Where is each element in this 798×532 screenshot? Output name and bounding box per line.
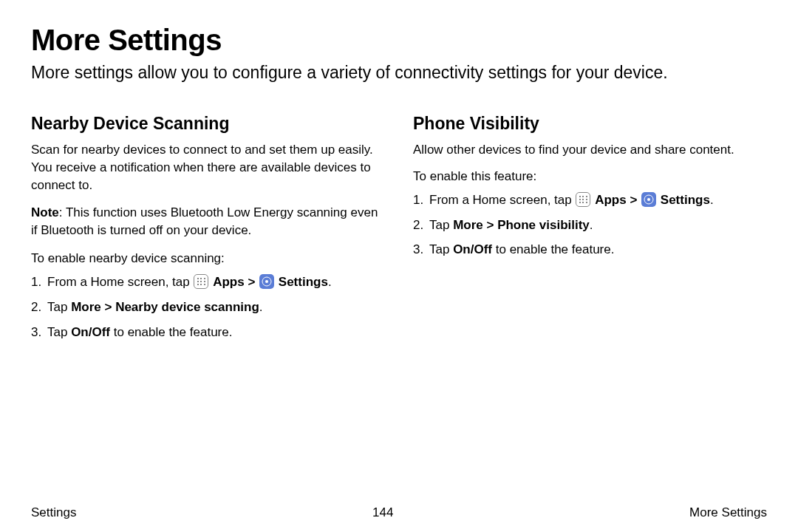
right-column: Phone Visibility Allow other devices to … [413, 114, 767, 348]
phone-visibility-heading: Phone Visibility [413, 114, 767, 134]
nearby-device-scanning-note: Note: This function uses Bluetooth Low E… [31, 204, 385, 239]
step-text: Tap [429, 242, 453, 256]
step-end: . [710, 193, 714, 207]
note-label: Note [31, 205, 59, 219]
step-end: to enable the feature. [492, 242, 614, 256]
step-bold: On/Off [453, 242, 492, 256]
separator: > [627, 193, 641, 207]
nearby-device-scanning-lead: To enable nearby device scanning: [31, 251, 385, 266]
phone-visibility-body: Allow other devices to find your device … [413, 141, 767, 159]
nearby-device-scanning-body: Scan for nearby devices to connect to an… [31, 141, 385, 194]
page-title: More Settings [31, 24, 767, 57]
content-columns: Nearby Device Scanning Scan for nearby d… [31, 114, 767, 348]
step-end: to enable the feature. [110, 325, 232, 339]
footer-left: Settings [31, 505, 76, 520]
left-column: Nearby Device Scanning Scan for nearby d… [31, 114, 385, 348]
phone-visibility-lead: To enable this feature: [413, 169, 767, 184]
step-end: . [328, 275, 332, 289]
step-1: From a Home screen, tap Apps > Settings. [31, 273, 385, 291]
page-intro: More settings allow you to configure a v… [31, 61, 767, 84]
settings-label: Settings [661, 193, 710, 207]
step-end: . [590, 218, 593, 232]
apps-label: Apps [213, 275, 245, 289]
separator: > [245, 275, 259, 289]
step-bold: More > Nearby device scanning [71, 300, 259, 314]
step-3: Tap On/Off to enable the feature. [31, 324, 385, 341]
step-text: Tap [47, 300, 71, 314]
settings-icon [259, 274, 274, 289]
step-text: Tap [429, 218, 453, 232]
step-bold: On/Off [71, 325, 110, 339]
note-text: : This function uses Bluetooth Low Energ… [31, 205, 378, 237]
apps-icon [576, 192, 590, 207]
step-bold: More > Phone visibility [453, 218, 590, 232]
apps-label: Apps [595, 193, 627, 207]
step-text: Tap [47, 325, 71, 339]
step-text: From a Home screen, tap [429, 193, 575, 207]
phone-visibility-steps: From a Home screen, tap Apps > Settings.… [413, 191, 767, 259]
nearby-device-scanning-steps: From a Home screen, tap Apps > Settings.… [31, 273, 385, 341]
apps-icon [194, 274, 208, 289]
settings-label: Settings [279, 275, 328, 289]
step-3: Tap On/Off to enable the feature. [413, 241, 767, 259]
step-2: Tap More > Nearby device scanning. [31, 299, 385, 316]
step-text: From a Home screen, tap [47, 275, 193, 289]
footer-page-number: 144 [372, 505, 393, 520]
nearby-device-scanning-heading: Nearby Device Scanning [31, 114, 385, 134]
step-end: . [259, 300, 263, 314]
settings-icon [641, 192, 656, 207]
page-footer: Settings 144 More Settings [31, 505, 767, 520]
footer-right: More Settings [689, 505, 767, 520]
step-2: Tap More > Phone visibility. [413, 216, 767, 234]
step-1: From a Home screen, tap Apps > Settings. [413, 191, 767, 209]
